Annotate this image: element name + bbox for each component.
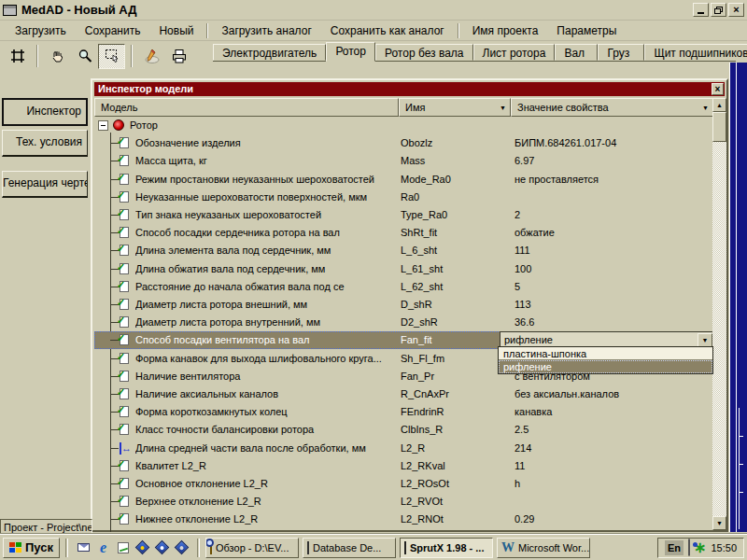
doc-check-icon — [120, 155, 129, 166]
property-value: 2 — [514, 206, 713, 224]
table-row[interactable]: Расстояние до начала обжатия вала под се… — [94, 278, 713, 296]
scroll-up-icon[interactable]: ▲ — [712, 98, 726, 112]
collapse-icon[interactable] — [98, 120, 108, 131]
property-name: L2_ROsOt — [401, 475, 509, 493]
mail-icon[interactable] — [74, 538, 93, 557]
toolbar-separator — [131, 45, 133, 67]
tab-ротор-без-вала[interactable]: Ротор без вала — [375, 44, 473, 61]
start-button[interactable]: Пуск — [3, 538, 60, 558]
table-row[interactable]: Диаметр листа ротора внутренний, ммD2_sh… — [94, 314, 713, 331]
table-row[interactable]: Длина элемента вала под сердечник, ммL_6… — [94, 242, 713, 259]
tab-вал[interactable]: Вал — [555, 44, 598, 61]
menu-item[interactable]: Загрузить — [6, 21, 76, 40]
table-row[interactable]: Верхнее отклонение L2_RL2_RVOt — [94, 493, 713, 511]
table-row[interactable]: Способ посадки сердечника ротора на валS… — [94, 224, 713, 242]
property-name: FEndrinR — [401, 403, 509, 421]
table-row[interactable]: Тип знака неуказаных шероховатостейType_… — [94, 206, 713, 224]
tab-ротор[interactable]: Ротор — [326, 42, 375, 62]
filter-arrow-icon[interactable]: ▼ — [500, 105, 506, 111]
sidebar-button[interactable]: Генерация черте: — [2, 171, 88, 198]
menu-item[interactable]: Сохранить — [76, 21, 150, 40]
scroll-down-icon[interactable]: ▼ — [712, 516, 726, 530]
task-button[interactable]: SprutX 1.98 - ... — [400, 538, 493, 558]
app-diamond-star-icon[interactable] — [133, 538, 152, 557]
property-label: Тип простановки размера для L2_R — [135, 529, 397, 532]
table-row[interactable]: Основное отклонение L2_RL2_ROsOth — [94, 475, 713, 493]
inspector-close-icon[interactable]: × — [712, 83, 724, 95]
tab-strip: ЭлектродвигательРоторРотор без валаЛист … — [213, 42, 736, 62]
menu-item[interactable]: Новый — [149, 21, 203, 40]
app-diamond-note-icon[interactable] — [152, 538, 172, 557]
doc-check-icon — [120, 281, 129, 292]
drawing-canvas[interactable] — [729, 63, 747, 532]
task-button[interactable]: WMicrosoft Wor... — [497, 538, 590, 558]
table-row[interactable]: Режим простановки неуказанных шероховато… — [94, 171, 713, 189]
property-name: ShRt_fit — [401, 224, 509, 242]
column-header-model[interactable]: Модель — [94, 98, 399, 117]
table-row[interactable]: Обозначение изделияObozlzБИПМ.684261.017… — [94, 134, 713, 152]
table-row[interactable]: Наличие аксиальных каналовR_CnAxPrбез ак… — [94, 385, 713, 403]
dropdown-option[interactable]: пластина-шпонка — [499, 347, 712, 360]
table-row[interactable]: Нижнее отклонение L2_RL2_RNOt0.29 — [94, 511, 713, 528]
windows-logo-icon — [9, 542, 21, 553]
scrollbar-thumb[interactable] — [712, 112, 726, 142]
internet-explorer-icon[interactable]: e — [93, 538, 113, 557]
column-header-value[interactable]: Значение свойства▼ — [511, 98, 713, 117]
tab-щит-подшипниковый[interactable]: Щит подшипниковый — [644, 44, 747, 61]
table-row[interactable]: Масса щита, кгMass6.97 — [94, 152, 713, 170]
menu-item[interactable]: Имя проекта — [463, 21, 548, 40]
property-name: Mode_Ra0 — [401, 171, 509, 189]
zoom-icon[interactable] — [71, 44, 98, 69]
table-row[interactable]: ↔Длина средней части вала после обработк… — [94, 440, 713, 457]
task-button[interactable]: Database De... — [303, 538, 396, 558]
table-row[interactable]: Диаметр листа ротора внешний, ммD_shR113 — [94, 296, 713, 314]
fit-frame-icon[interactable] — [4, 44, 31, 69]
task-button[interactable]: Обзор - D:\EV... — [205, 538, 299, 558]
filter-arrow-icon[interactable]: ▼ — [702, 105, 709, 111]
tree-root-row[interactable]: Ротор — [94, 117, 713, 134]
print-icon[interactable] — [165, 44, 192, 69]
property-label: Масса щита, кг — [135, 152, 397, 170]
table-row[interactable]: Тип простановки размера для L2_RL2_RTOtО… — [94, 529, 713, 532]
property-value: h — [514, 475, 713, 493]
project-status: Проект - Project\ne — [4, 522, 92, 533]
tab-лист-ротора[interactable]: Лист ротора — [473, 44, 556, 61]
property-value: канавка — [514, 403, 713, 421]
application-window: MedAD - Новый АД × ЗагрузитьСохранитьНов… — [0, 0, 747, 560]
column-header-name[interactable]: Имя▼ — [399, 98, 511, 117]
notes-icon[interactable] — [113, 538, 133, 557]
task-label: SprutX 1.98 - ... — [410, 542, 484, 553]
tab-груз[interactable]: Груз — [598, 44, 644, 61]
table-row[interactable]: Класс точности балансировки ротораClbIns… — [94, 421, 713, 439]
table-row[interactable]: Форма короткозамкнутых колецFEndrinRкана… — [94, 403, 713, 421]
sidebar-button[interactable]: Инспектор — [2, 98, 88, 126]
close-button[interactable]: × — [728, 3, 744, 17]
dropdown-option[interactable]: рифление — [499, 360, 712, 373]
menu-item[interactable]: Загрузить аналог — [212, 21, 320, 40]
doc-check-icon — [120, 263, 129, 274]
draw-icon[interactable] — [138, 44, 165, 69]
taskbar-separator — [65, 539, 68, 557]
table-row[interactable]: Неуказанные шероховатости поверхностей, … — [94, 189, 713, 206]
inspector-title-bar[interactable]: Инспектор модели × — [94, 82, 725, 96]
table-row[interactable]: Длина обжатия вала под сердечник, ммL_61… — [94, 260, 713, 278]
inspector-scrollbar[interactable]: ▲ ▼ — [712, 98, 726, 530]
doc-check-icon — [120, 353, 129, 364]
restore-button[interactable] — [711, 3, 726, 17]
tab-электродвигатель[interactable]: Электродвигатель — [213, 44, 326, 61]
device-icon[interactable] — [688, 539, 690, 556]
property-name: Type_Ra0 — [401, 206, 509, 224]
language-indicator[interactable]: En — [665, 540, 684, 555]
property-name: L2_RTOt — [401, 529, 509, 532]
property-name: L_61_sht — [401, 260, 509, 278]
menu-item[interactable]: Сохранить как аналог — [321, 21, 454, 40]
select-region-icon[interactable] — [98, 44, 125, 69]
minimize-button[interactable] — [693, 3, 709, 17]
property-label: Длина обжатия вала под сердечник, мм — [135, 260, 397, 278]
menu-item[interactable]: Параметры — [547, 21, 626, 40]
app-diamond-pen-icon[interactable] — [172, 538, 191, 557]
quick-launch: e — [74, 538, 191, 557]
sidebar-button[interactable]: Тех. условия — [2, 130, 88, 157]
table-row[interactable]: Квалитет L2_RL2_RKval11 — [94, 457, 713, 475]
pan-hand-icon[interactable] — [44, 44, 71, 69]
